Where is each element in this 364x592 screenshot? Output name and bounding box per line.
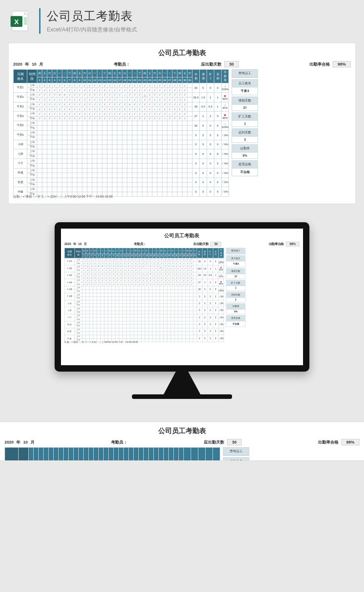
sidebar-stat: 是否合格不合格 [226, 315, 246, 327]
svg-text:X: X [14, 18, 19, 26]
attendance-row: 千库3上午√√√√√√√√√√√√√√√√√√×√√√√√√√√√√√280.5… [65, 272, 224, 276]
sidebar-stat: 旷工天数1 [232, 112, 258, 127]
sidebar-stat: 员工姓名千库3 [223, 457, 249, 461]
attendance-grid: 日期姓名 时间段四五六日一二三四五六日一二三四五六日一二三四五六日一二三四五六出… [64, 248, 224, 342]
attendance-row: 千库4上午√√√√√√√√√√√√√√√√√√√√√√√√√√○√√√27120… [14, 112, 229, 116]
sidebar-stat: 是否合格不合格 [232, 160, 258, 176]
sidebar-stat: 迟到天数2 [226, 291, 246, 302]
attendance-row: 千库2上午√√√√××√√√√√√√√√√√○√√√△√√√√√√√√26.51… [65, 265, 224, 269]
attendance-row: 小明上午0000√ 0% [65, 300, 224, 304]
sheet-title: 公司员工考勤表 [13, 49, 351, 57]
attendance-row: 小明上午0000√ 0% [14, 140, 229, 144]
page-subtitle: Excel/A4打印/内容随意修改/自带格式 [47, 26, 137, 34]
sheet-title: 公司员工考勤表 [5, 427, 359, 435]
sidebar-stat: 旷工天数1 [226, 280, 246, 291]
sidebar-stat: 请假天数27 [226, 268, 246, 279]
attendance-row: 阿成上午0000√ 0% [65, 321, 224, 325]
sidebar-stat: 请假天数27 [232, 97, 258, 111]
sheet-title: 公司员工考勤表 [64, 233, 299, 239]
page-header: X 公司员工考勤表 Excel/A4打印/内容随意修改/自带格式 [0, 0, 364, 37]
attendance-row: 小胖上午0000√ 0% [14, 149, 229, 154]
spreadsheet-crop: 公司员工考勤表 2020年 10月 考勤员： 应出勤天数30 出勤率合格98% … [0, 422, 364, 461]
monitor-mockup: 公司员工考勤表 2020年 10月 考勤员： 应出勤天数30 出勤率合格98% … [55, 222, 309, 399]
attendance-row: 千库6上午0000√ 0% [14, 130, 229, 135]
attendance-row: 小胖上午0000√ 0% [65, 307, 224, 311]
query-sidebar: 查询员工 员工姓名千库3 请假天数27 旷工天数1 迟到天数2 出勤率0% 是否… [232, 69, 258, 193]
sidebar-stat: 出勤率0% [226, 303, 246, 314]
sidebar-stat: 员工姓名千库3 [226, 255, 246, 267]
attendance-row: 千库1上午√√√√√√√√√√√√√√√√√√√√√√√√√√√√√√30000… [14, 83, 229, 88]
attendance-row: 千库6上午0000√ 0% [65, 293, 224, 297]
excel-file-icon: X [9, 9, 33, 33]
attendance-row: 卟哚上午0000√ 0% [65, 335, 224, 339]
attendance-row: 卟哚上午0000√ 0% [14, 187, 229, 192]
attendance-row: 轻度上午0000√ 0% [14, 178, 229, 182]
attendance-grid: 日期姓名 时间段四五六日一二三四五六日一二三四五六日一二三四五六日一二三四五六出… [5, 447, 220, 461]
sheet-meta-row: 2020年 10月 考勤员： 应出勤天数30 出勤率合格98% [13, 61, 351, 67]
query-sidebar: 查询员工 员工姓名千库3 请假天数27 旷工天数1 迟到天数2 出勤率0% 是否… [226, 248, 246, 339]
sidebar-stat: 员工姓名千库3 [232, 79, 258, 95]
sheet-meta-row: 2020年 10月 考勤员： 应出勤天数30 出勤率合格98% [5, 439, 359, 445]
attendance-row: 千库5上午30000√ 100% [14, 121, 229, 126]
sidebar-stat: 出勤率0% [232, 144, 258, 159]
spreadsheet-preview: 公司员工考勤表 2020年 10月 考勤员： 应出勤天数30 出勤率合格98% … [8, 43, 356, 204]
attendance-row: 千库4上午√√√√√√√√√√√√√√√√√√√√√√√√√√○√√√27120… [65, 279, 224, 283]
sheet-meta-row: 2020年 10月 考勤员： 应出勤天数30 出勤率合格98% [64, 242, 299, 246]
page-title: 公司员工考勤表 [47, 8, 137, 24]
attendance-row: 阿成上午0000√ 0% [14, 168, 229, 173]
attendance-row: 千库5上午30000√ 100% [65, 286, 224, 290]
attendance-row: 千库3上午√√√√√√√√√√√√√√√√√√×√√√√√√√√√√√280.5… [14, 102, 229, 107]
attendance-row: 千库2上午√√√√××√√√√√√√√√√√○√√√△√√√√√√√√26.51… [14, 92, 229, 97]
attendance-grid: 日期姓名 时间段四五六日一二三四五六日一二三四五六日一二三四五六日一二三四五六出… [13, 69, 229, 197]
query-sidebar: 查询员工 员工姓名千库3 请假天数27 旷工天数1 迟到天数2 出勤率0% 是否… [223, 447, 249, 461]
attendance-row: 小王上午0000√ 0% [65, 314, 224, 318]
sidebar-stat: 迟到天数2 [232, 128, 258, 143]
attendance-row: 轻度上午0000√ 0% [65, 328, 224, 332]
attendance-row: 小王上午0000√ 0% [14, 159, 229, 163]
attendance-row: 千库1上午√√√√√√√√√√√√√√√√√√√√√√√√√√√√√√30000… [65, 258, 224, 262]
